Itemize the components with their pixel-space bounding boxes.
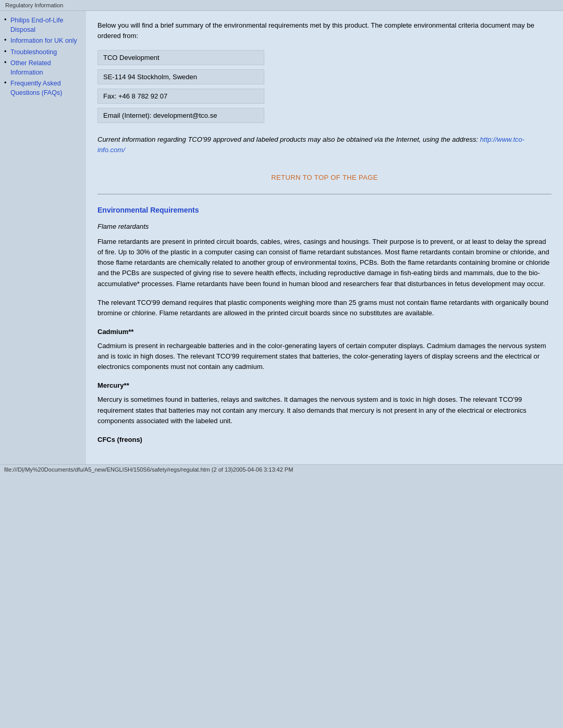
sidebar-nav: Philips End-of-Life Disposal Information… (4, 16, 82, 97)
status-bar: file:///D|/My%20Documents/dfu/A5_new/ENG… (0, 464, 563, 474)
intro-paragraph: Below you will find a brief summary of t… (97, 20, 552, 41)
sidebar-link-2[interactable]: Information for UK only (10, 36, 82, 46)
flame-paragraph-1: Flame retardants are present in printed … (97, 237, 552, 289)
env-requirements-title: Environmental Requirements (97, 206, 552, 214)
mercury-title: Mercury** (97, 381, 552, 389)
sidebar-item-3[interactable]: Troubleshooting (4, 48, 82, 57)
top-bar-title: Regulatory Information (5, 2, 63, 8)
flame-subtitle: Flame retardants (97, 223, 552, 230)
status-bar-path: file:///D|/My%20Documents/dfu/A5_new/ENG… (4, 466, 293, 473)
sidebar-item-1[interactable]: Philips End-of-Life Disposal (4, 16, 82, 34)
italic-text: Current information regarding TCO'99 app… (97, 135, 480, 143)
cadmium-paragraph: Cadmium is present in rechargeable batte… (97, 341, 552, 372)
sidebar: Philips End-of-Life Disposal Information… (0, 11, 86, 464)
main-content: Below you will find a brief summary of t… (86, 11, 563, 464)
address-line-2: SE-114 94 Stockholm, Sweden (97, 69, 264, 84)
cfcs-title: CFCs (freons) (97, 436, 552, 443)
italic-text-block: Current information regarding TCO'99 app… (97, 134, 552, 155)
address-line-4: Email (Internet): development@tco.se (97, 108, 264, 123)
flame-paragraph-2: The relevant TCO'99 demand requires that… (97, 298, 552, 318)
sidebar-item-2[interactable]: Information for UK only (4, 36, 82, 46)
mercury-paragraph: Mercury is sometimes found in batteries,… (97, 394, 552, 426)
sidebar-link-1[interactable]: Philips End-of-Life Disposal (10, 16, 82, 34)
top-bar: Regulatory Information (0, 0, 563, 11)
sidebar-link-3[interactable]: Troubleshooting (10, 48, 82, 57)
address-line-1: TCO Development (97, 50, 264, 65)
cadmium-title: Cadmium** (97, 328, 552, 336)
sidebar-link-4[interactable]: Other Related Information (10, 59, 82, 77)
sidebar-item-4[interactable]: Other Related Information (4, 59, 82, 77)
address-block: TCO Development SE-114 94 Stockholm, Swe… (97, 50, 552, 127)
address-line-3: Fax: +46 8 782 92 07 (97, 89, 264, 104)
section-divider (97, 194, 552, 194)
return-to-top-link[interactable]: RETURN TO TOP OF THE PAGE (271, 174, 378, 181)
sidebar-link-5[interactable]: Frequently Asked Questions (FAQs) (10, 79, 82, 97)
sidebar-item-5[interactable]: Frequently Asked Questions (FAQs) (4, 79, 82, 97)
return-to-top-section[interactable]: RETURN TO TOP OF THE PAGE (97, 174, 552, 181)
